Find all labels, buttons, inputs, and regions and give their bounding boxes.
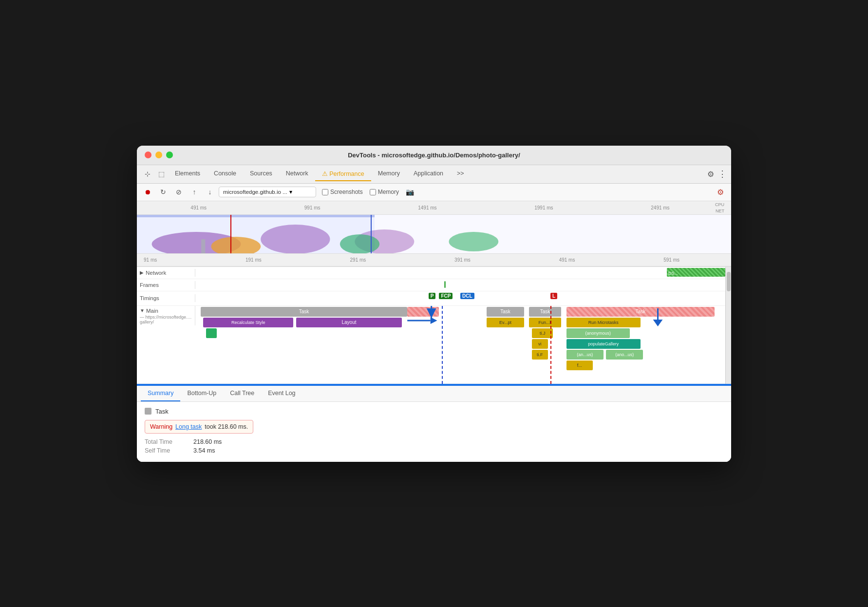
- bottom-ruler-4: 391 ms: [454, 257, 471, 263]
- tab-memory[interactable]: Memory: [371, 167, 407, 181]
- settings-icon[interactable]: ⚙: [714, 185, 727, 199]
- screenshots-checkbox[interactable]: [322, 189, 328, 195]
- main-label: Main: [146, 308, 158, 314]
- self-time-row: Self Time 3.54 ms: [145, 447, 723, 454]
- tab-summary[interactable]: Summary: [141, 386, 180, 401]
- bottom-tab-bar: Summary Bottom-Up Call Tree Event Log: [137, 386, 731, 402]
- tab-application[interactable]: Application: [407, 167, 450, 181]
- tab-call-tree[interactable]: Call Tree: [223, 386, 261, 401]
- ellipsis-icon[interactable]: ⋮: [718, 169, 727, 179]
- memory-checkbox-label[interactable]: Memory: [370, 189, 399, 195]
- svg-marker-13: [431, 317, 437, 324]
- summary-task-label: Task: [145, 408, 723, 415]
- event-bar[interactable]: Ev...pt: [487, 318, 524, 327]
- ruler-tick-4: 1991 ms: [534, 205, 553, 210]
- timing-fcp-marker[interactable]: FCP: [439, 293, 453, 299]
- inspector-icon[interactable]: ⊹: [141, 167, 154, 181]
- warning-triangle-icon: ⚠: [322, 171, 329, 177]
- devtools-tab-bar: ⊹ ⬚ Elements Console Sources Network ⚠ P…: [137, 165, 731, 184]
- maximize-button[interactable]: [166, 152, 173, 158]
- network-track: ▶ Network DS...: [137, 267, 725, 279]
- net-label: NET: [716, 209, 724, 213]
- refresh-button[interactable]: ↻: [156, 185, 170, 199]
- tab-performance[interactable]: ⚠ Performance: [315, 167, 371, 181]
- self-time-key: Self Time: [145, 447, 193, 454]
- traffic-lights: [145, 152, 173, 158]
- cpu-label: CPU: [715, 202, 724, 207]
- bottom-ruler-6: 591 ms: [663, 257, 679, 263]
- camera-icon: 📷: [406, 188, 414, 196]
- window-title: DevTools - microsoftedge.github.io/Demos…: [348, 152, 520, 159]
- vi-bar[interactable]: vi: [532, 339, 548, 349]
- url-field[interactable]: microsoftedge.github.io ... ▾: [219, 187, 316, 197]
- task-bar-1[interactable]: Task: [201, 307, 407, 317]
- timing-p-marker[interactable]: P: [429, 293, 436, 299]
- tab-sources[interactable]: Sources: [243, 167, 279, 181]
- anon-bar-1[interactable]: (anonymous): [566, 328, 630, 338]
- svg-rect-9: [375, 215, 731, 254]
- tab-network[interactable]: Network: [279, 167, 315, 181]
- performance-toolbar: ⏺ ↻ ⊘ ↑ ↓ microsoftedge.github.io ... ▾ …: [137, 184, 731, 201]
- green-bar-1[interactable]: [206, 328, 217, 338]
- bottom-panel: Summary Bottom-Up Call Tree Event Log Ta…: [137, 385, 731, 462]
- main-track: ▼ Main — https://microsoftedge.github.io…: [137, 306, 725, 384]
- task-bar-1b: [407, 307, 439, 317]
- timing-l-marker[interactable]: L: [550, 293, 557, 299]
- timings-label: Timings: [140, 295, 159, 301]
- device-icon[interactable]: ⬚: [154, 167, 168, 181]
- anus-bar-1[interactable]: (an...us): [566, 350, 604, 360]
- close-button[interactable]: [145, 152, 151, 158]
- bottom-ruler-5: 491 ms: [559, 257, 575, 263]
- ruler-tick-1: 491 ms: [190, 205, 207, 210]
- gear-icon[interactable]: ⚙: [707, 170, 714, 179]
- recalculate-bar[interactable]: Recalculate Style: [203, 318, 293, 327]
- tab-more[interactable]: >>: [450, 167, 471, 181]
- total-time-val: 218.60 ms: [193, 438, 222, 445]
- bottom-ruler-1: 91 ms: [144, 257, 157, 263]
- fun-bar[interactable]: Fun...ll: [529, 318, 561, 327]
- vertical-scrollbar[interactable]: [725, 267, 731, 384]
- timeline-overview[interactable]: 491 ms 991 ms 1491 ms 1991 ms 2491 ms CP…: [137, 201, 731, 267]
- tab-bottom-up[interactable]: Bottom-Up: [180, 386, 223, 401]
- dropdown-arrow-icon: ▾: [289, 189, 292, 195]
- record-button[interactable]: ⏺: [141, 185, 154, 199]
- screenshots-checkbox-label[interactable]: Screenshots: [322, 189, 363, 195]
- run-microtasks-bar[interactable]: Run Microtasks: [566, 318, 641, 327]
- total-time-row: Total Time 218.60 ms: [145, 438, 723, 445]
- ruler-tick-2: 991 ms: [304, 205, 321, 210]
- devtools-window: DevTools - microsoftedge.github.io/Demos…: [137, 146, 731, 462]
- svg-rect-8: [137, 215, 375, 217]
- f-bar[interactable]: f...: [566, 360, 593, 370]
- playhead-marker: [230, 215, 231, 254]
- tab-elements[interactable]: Elements: [168, 167, 207, 181]
- task-bar-3[interactable]: Task: [529, 307, 561, 317]
- anous-bar-2[interactable]: (ano...us): [606, 350, 643, 360]
- long-task-link[interactable]: Long task: [175, 423, 202, 430]
- timing-dcl-marker[interactable]: DCL: [460, 293, 474, 299]
- minimize-button[interactable]: [155, 152, 162, 158]
- self-time-val: 3.54 ms: [193, 447, 215, 454]
- tab-console[interactable]: Console: [207, 167, 243, 181]
- memory-checkbox[interactable]: [370, 189, 376, 195]
- layout-bar[interactable]: Layout: [296, 318, 402, 327]
- selection-start-marker: [371, 215, 372, 254]
- task-icon: [145, 408, 151, 415]
- red-dashed-line: [550, 306, 551, 384]
- task-bar-2[interactable]: Task: [487, 307, 524, 317]
- bottom-ruler-3: 291 ms: [350, 257, 366, 263]
- timings-track: Timings P FCP DCL L 721.3 ms: [137, 291, 725, 306]
- upload-button[interactable]: ↑: [188, 185, 201, 199]
- scrollbar-thumb[interactable]: [727, 272, 731, 291]
- task-bar-4[interactable]: Task: [566, 307, 715, 317]
- download-button[interactable]: ↓: [203, 185, 217, 199]
- ruler-tick-3: 1491 ms: [418, 205, 436, 210]
- clear-button[interactable]: ⊘: [172, 185, 186, 199]
- tab-event-log[interactable]: Event Log: [261, 386, 302, 401]
- frames-track: Frames: [137, 279, 725, 291]
- svg-marker-15: [653, 320, 663, 326]
- ruler-tick-5: 2491 ms: [651, 205, 669, 210]
- populate-gallery-bar[interactable]: populateGallery: [566, 339, 641, 349]
- tij-bar[interactable]: ti.J: [532, 328, 553, 338]
- tif-bar[interactable]: ti.F: [532, 350, 548, 360]
- summary-content: Task Warning Long task took 218.60 ms. T…: [137, 402, 731, 462]
